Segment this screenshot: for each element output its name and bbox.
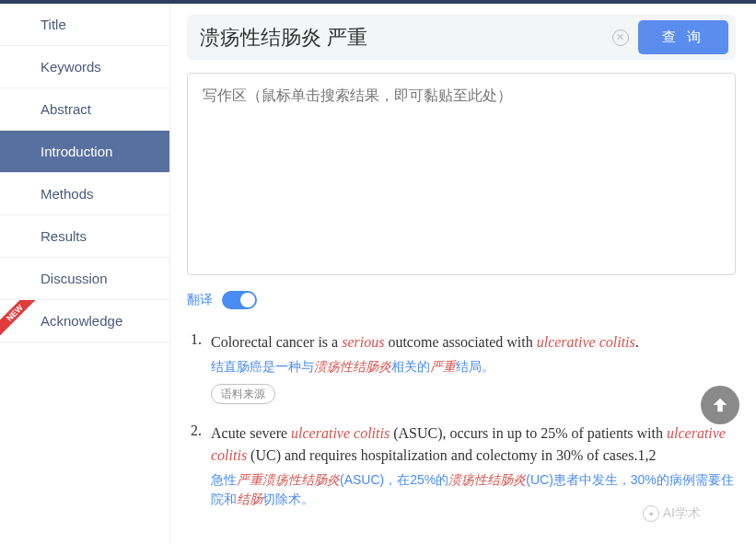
source-button[interactable]: 语料来源 [211,384,275,404]
result-body: Acute severe ulcerative colitis (ASUC), … [211,422,736,509]
result-number: 2. [187,422,211,509]
result-english: Acute severe ulcerative colitis (ASUC), … [211,422,736,467]
container: Title Keywords Abstract Introduction Met… [0,4,756,544]
sidebar: Title Keywords Abstract Introduction Met… [0,4,170,544]
result-item[interactable]: 1.Colorectal cancer is a serious outcome… [187,331,736,404]
search-row: ✕ 查 询 [187,15,736,60]
result-translation: 急性严重溃疡性结肠炎(ASUC)，在25%的溃疡性结肠炎(UC)患者中发生，30… [211,470,736,509]
result-translation: 结直肠癌是一种与溃疡性结肠炎相关的严重结局。 [211,357,736,376]
sidebar-item-results[interactable]: Results [0,215,169,258]
sidebar-item-keywords[interactable]: Keywords [0,46,169,88]
query-button[interactable]: 查 询 [638,20,728,54]
write-area[interactable] [187,73,736,275]
sidebar-item-methods[interactable]: Methods [0,173,169,215]
result-item[interactable]: 2.Acute severe ulcerative colitis (ASUC)… [187,422,736,509]
sidebar-item-title[interactable]: Title [0,4,169,46]
result-body: Colorectal cancer is a serious outcome a… [211,331,736,404]
sidebar-item-discussion[interactable]: Discussion [0,258,169,300]
scroll-top-button[interactable] [701,386,739,424]
sidebar-item-introduction[interactable]: Introduction [0,131,169,173]
arrow-up-icon [710,395,730,415]
search-input[interactable] [200,26,603,50]
sidebar-item-acknowledge[interactable]: Acknowledge [0,300,169,342]
results-list: 1.Colorectal cancer is a serious outcome… [187,331,736,509]
main-panel: ✕ 查 询 翻译 1.Colorectal cancer is a seriou… [170,4,756,544]
sidebar-item-abstract[interactable]: Abstract [0,88,169,131]
clear-icon[interactable]: ✕ [612,29,629,46]
translate-label: 翻译 [187,292,213,308]
translate-toggle[interactable] [222,291,257,309]
translate-row: 翻译 [187,291,736,309]
result-english: Colorectal cancer is a serious outcome a… [211,331,736,353]
result-number: 1. [187,331,211,404]
